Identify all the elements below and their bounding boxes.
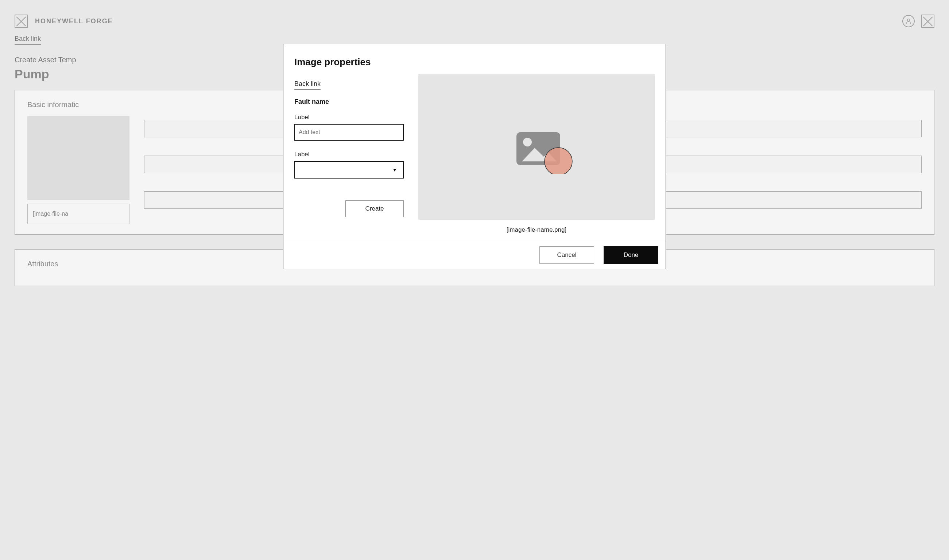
page-back-link[interactable]: Back link [15, 35, 41, 45]
preview-filename: [image-file-name.png] [506, 226, 566, 234]
modal-title: Image properties [294, 57, 404, 68]
brand-name: HONEYWELL FORGE [35, 17, 113, 25]
modal-preview-column: [image-file-name.png] [418, 57, 655, 234]
asset-image-slot [27, 116, 130, 200]
label-text-input[interactable] [294, 124, 404, 141]
image-placeholder-icon [515, 131, 559, 163]
person-icon [906, 18, 912, 24]
cancel-button[interactable]: Cancel [539, 246, 594, 264]
modal-form: Image properties Back link Fault name La… [294, 57, 404, 234]
top-bar: HONEYWELL FORGE [15, 15, 934, 35]
create-button[interactable]: Create [346, 200, 404, 217]
image-properties-modal: Image properties Back link Fault name La… [283, 44, 666, 269]
modal-footer: Cancel Done [283, 241, 666, 269]
svg-point-0 [907, 19, 910, 21]
asset-image-filename: [image-file-na [27, 204, 130, 224]
logo-placeholder [15, 15, 28, 28]
modal-subtitle: Fault name [294, 98, 404, 106]
label-select[interactable]: ▼ [294, 161, 404, 178]
label-2: Label [294, 151, 404, 158]
label-1: Label [294, 114, 404, 121]
modal-back-link[interactable]: Back link [294, 80, 321, 90]
done-button[interactable]: Done [603, 246, 658, 264]
header-action-placeholder[interactable] [921, 15, 934, 28]
svg-point-4 [545, 148, 572, 174]
chevron-down-icon: ▼ [392, 167, 397, 173]
topbar-right [902, 15, 934, 28]
svg-point-2 [523, 138, 532, 146]
user-avatar-icon[interactable] [902, 15, 915, 27]
image-preview [418, 74, 655, 220]
